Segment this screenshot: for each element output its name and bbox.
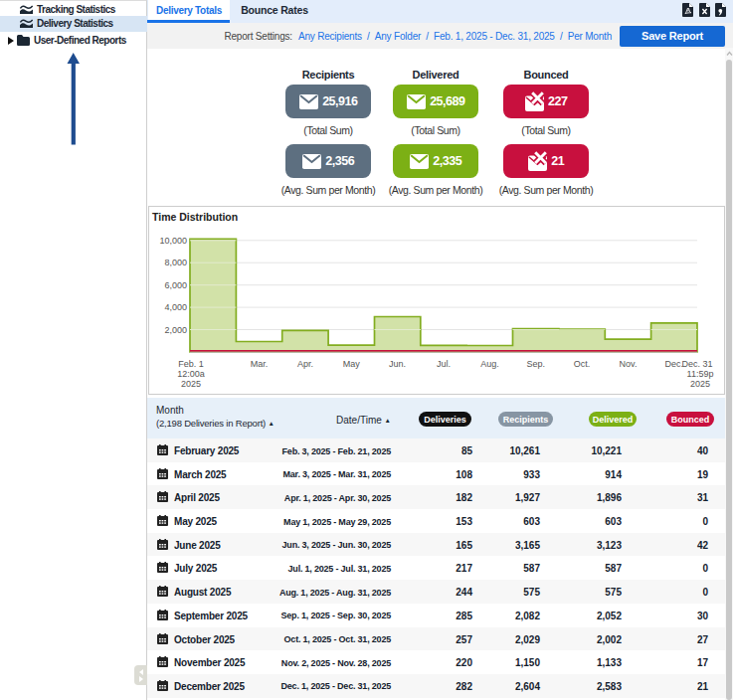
svg-text:4,000: 4,000 [164, 302, 187, 312]
svg-text:8,000: 8,000 [164, 258, 187, 267]
svg-text:Apr.: Apr. [297, 359, 313, 369]
svg-text:Mar.: Mar. [251, 359, 269, 369]
svg-text:10,000: 10,000 [159, 236, 187, 246]
svg-text:11:59p: 11:59p [687, 369, 714, 379]
svg-text:May: May [343, 359, 361, 369]
svg-text:Dec.: Dec. [665, 359, 684, 369]
svg-text:6,000: 6,000 [164, 280, 187, 290]
svg-text:2,000: 2,000 [164, 325, 187, 335]
svg-text:Oct.: Oct. [574, 359, 591, 369]
svg-text:Jul.: Jul. [437, 359, 451, 369]
svg-text:Aug.: Aug. [480, 359, 499, 369]
svg-text:Nov.: Nov. [620, 359, 638, 369]
svg-text:2025: 2025 [690, 379, 710, 389]
svg-text:Feb. 1: Feb. 1 [178, 359, 204, 369]
svg-text:Dec. 31: Dec. 31 [681, 359, 712, 369]
svg-text:Sep.: Sep. [526, 359, 545, 369]
svg-text:2025: 2025 [181, 379, 201, 389]
svg-text:12:00a: 12:00a [177, 369, 205, 379]
svg-text:Jun.: Jun. [389, 359, 406, 369]
